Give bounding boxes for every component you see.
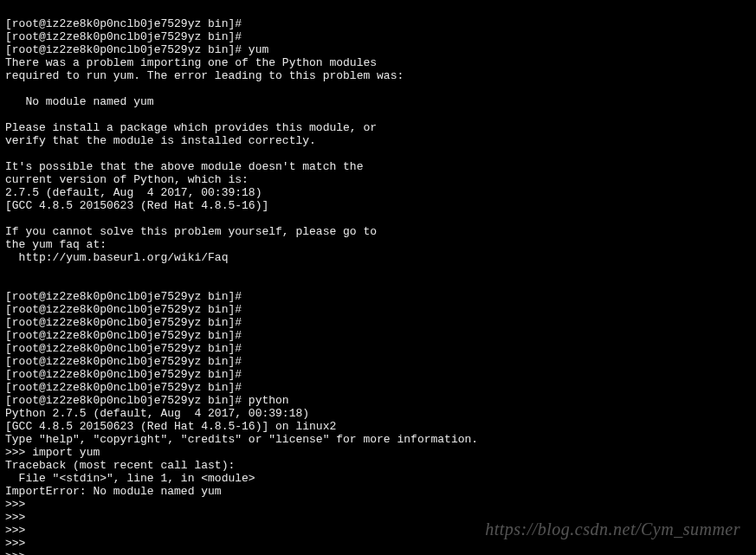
command-text: python	[249, 394, 289, 407]
output-line: File "<stdin>", line 1, in <module>	[5, 472, 255, 485]
shell-prompt: [root@iz2ze8k0p0nclb0je7529yz bin]#	[5, 290, 249, 303]
shell-prompt: [root@iz2ze8k0p0nclb0je7529yz bin]#	[5, 316, 249, 329]
output-line: Python 2.7.5 (default, Aug 4 2017, 00:39…	[5, 407, 309, 420]
terminal-output[interactable]: [root@iz2ze8k0p0nclb0je7529yz bin]# [roo…	[0, 0, 756, 555]
python-prompt: >>>	[5, 498, 32, 511]
shell-prompt: [root@iz2ze8k0p0nclb0je7529yz bin]#	[5, 355, 249, 368]
shell-prompt: [root@iz2ze8k0p0nclb0je7529yz bin]#	[5, 368, 249, 381]
output-line: the yum faq at:	[5, 238, 107, 251]
output-line: ImportError: No module named yum	[5, 485, 222, 498]
output-line: required to run yum. The error leading t…	[5, 69, 404, 82]
shell-prompt: [root@iz2ze8k0p0nclb0je7529yz bin]#	[5, 342, 249, 355]
python-prompt: >>>	[5, 550, 32, 555]
shell-prompt: [root@iz2ze8k0p0nclb0je7529yz bin]#	[5, 43, 249, 56]
output-line: Please install a package which provides …	[5, 121, 377, 134]
output-line: It's possible that the above module does…	[5, 160, 363, 173]
python-prompt: >>>	[5, 446, 32, 459]
shell-prompt: [root@iz2ze8k0p0nclb0je7529yz bin]#	[5, 30, 249, 43]
output-line: There was a problem importing one of the…	[5, 56, 377, 69]
output-line: http://yum.baseurl.org/wiki/Faq	[5, 251, 228, 264]
python-prompt: >>>	[5, 511, 32, 524]
python-statement: import yum	[32, 446, 100, 459]
output-line: No module named yum	[5, 95, 154, 108]
output-line: current version of Python, which is:	[5, 173, 249, 186]
output-line: [GCC 4.8.5 20150623 (Red Hat 4.8.5-16)] …	[5, 420, 336, 433]
shell-prompt: [root@iz2ze8k0p0nclb0je7529yz bin]#	[5, 381, 249, 394]
python-prompt: >>>	[5, 524, 32, 537]
output-line: 2.7.5 (default, Aug 4 2017, 00:39:18)	[5, 186, 262, 199]
output-line: If you cannot solve this problem yoursel…	[5, 225, 377, 238]
output-line: Type "help", "copyright", "credits" or "…	[5, 433, 478, 446]
output-line: verify that the module is installed corr…	[5, 134, 316, 147]
output-line: [GCC 4.8.5 20150623 (Red Hat 4.8.5-16)]	[5, 199, 268, 212]
shell-prompt: [root@iz2ze8k0p0nclb0je7529yz bin]#	[5, 17, 249, 30]
shell-prompt: [root@iz2ze8k0p0nclb0je7529yz bin]#	[5, 394, 249, 407]
shell-prompt: [root@iz2ze8k0p0nclb0je7529yz bin]#	[5, 329, 249, 342]
output-line: Traceback (most recent call last):	[5, 459, 235, 472]
shell-prompt: [root@iz2ze8k0p0nclb0je7529yz bin]#	[5, 303, 249, 316]
python-prompt: >>>	[5, 537, 32, 550]
command-text: yum	[249, 43, 268, 56]
